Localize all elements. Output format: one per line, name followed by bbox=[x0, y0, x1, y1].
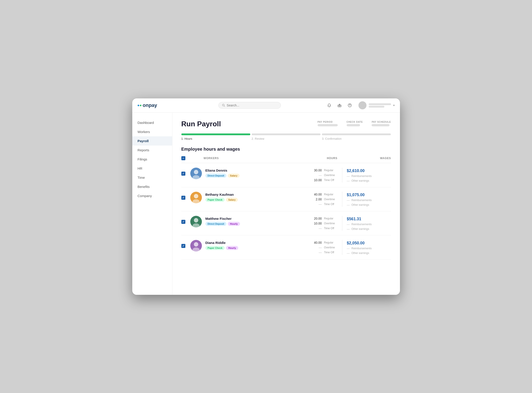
logo-dot-2 bbox=[140, 105, 141, 106]
sidebar-item-filings[interactable]: Filings bbox=[132, 155, 172, 164]
sidebar-item-company[interactable]: Company bbox=[132, 191, 172, 200]
worker-avatar bbox=[190, 216, 202, 227]
wage-label: Reimbursements bbox=[352, 223, 372, 226]
wage-label: Other earnings bbox=[352, 179, 369, 182]
hour-value: 40.00 bbox=[314, 193, 322, 196]
pay-period-label: PAY PERIOD bbox=[318, 121, 333, 123]
hour-row: — Overtime bbox=[302, 173, 338, 177]
hour-row: 30.00 Regular bbox=[302, 168, 338, 172]
select-all-checkbox[interactable] bbox=[181, 156, 185, 160]
step-3-label: 3. Confirmation bbox=[322, 137, 391, 140]
pay-schedule-label: PAY SCHEDULE bbox=[372, 121, 391, 123]
hour-row: 10.00 Overtime bbox=[302, 222, 338, 225]
workers-table: WORKERS HOURS WAGES Eliana Dennis Direct… bbox=[181, 156, 391, 260]
bell-icon[interactable] bbox=[326, 102, 333, 109]
wage-sub-row: — Other earnings bbox=[347, 251, 391, 255]
pay-schedule-value bbox=[372, 124, 389, 126]
worker-details: Eliana Dennis Direct DepositSalary bbox=[205, 168, 240, 178]
wage-dash: — bbox=[347, 227, 350, 231]
wage-dash: — bbox=[347, 223, 350, 226]
hour-type: Time Off bbox=[324, 178, 338, 182]
wage-label: Reimbursements bbox=[352, 247, 372, 250]
wage-label: Reimbursements bbox=[352, 175, 372, 178]
worker-tags: Paper CheckSalary bbox=[205, 198, 238, 202]
worker-tag: Hourly bbox=[226, 246, 238, 250]
wage-sub-row: — Other earnings bbox=[347, 227, 391, 231]
hour-row: — Time Off bbox=[302, 251, 338, 254]
hour-value: 20.00 bbox=[314, 217, 322, 220]
worker-tag: Direct Deposit bbox=[205, 174, 227, 178]
step-1-label: 1. Hours bbox=[181, 137, 250, 140]
step-2-label: 2. Review bbox=[251, 137, 320, 140]
help-icon[interactable] bbox=[346, 102, 353, 109]
pay-period-value bbox=[318, 124, 338, 126]
progress-bar-1 bbox=[181, 133, 250, 135]
svg-line-1 bbox=[224, 106, 225, 107]
table-row: Matthew Fischer Direct DepositHourly 20.… bbox=[181, 211, 391, 236]
col-hours-label: HOURS bbox=[302, 157, 342, 160]
progress-step-labels: 1. Hours 2. Review 3. Confirmation bbox=[181, 137, 391, 140]
wage-sub-row: — Other earnings bbox=[347, 203, 391, 207]
worker-checkbox[interactable] bbox=[181, 196, 185, 200]
sidebar-item-hr[interactable]: HR bbox=[132, 164, 172, 173]
worker-checkbox[interactable] bbox=[181, 244, 185, 248]
worker-tag: Paper Check bbox=[205, 198, 225, 202]
worker-hours: 40.00 Regular 2.00 Overtime — Time Off bbox=[302, 192, 342, 206]
svg-point-7 bbox=[194, 194, 198, 198]
worker-details: Bethany Kaufman Paper CheckSalary bbox=[205, 192, 238, 202]
user-info bbox=[369, 103, 391, 108]
svg-point-5 bbox=[194, 170, 198, 174]
user-area[interactable]: ▾ bbox=[358, 101, 395, 109]
top-bar: onpay bbox=[132, 98, 400, 113]
app-window: onpay bbox=[132, 98, 400, 295]
worker-wages: $2,050.00 — Reimbursements — Other earni… bbox=[342, 240, 391, 255]
hour-type: Time Off bbox=[324, 203, 338, 206]
content-area: Run Payroll PAY PERIOD CHECK DATE PAY SC… bbox=[172, 113, 400, 295]
worker-checkbox[interactable] bbox=[181, 172, 185, 176]
worker-checkbox[interactable] bbox=[181, 220, 185, 224]
hour-value: — bbox=[314, 173, 322, 177]
logo-dots bbox=[138, 105, 141, 106]
sidebar-item-time[interactable]: Time bbox=[132, 173, 172, 182]
sidebar-item-benefits[interactable]: Benefits bbox=[132, 182, 172, 191]
svg-point-11 bbox=[194, 242, 198, 247]
hour-row: 10.00 Time Off bbox=[302, 178, 338, 182]
row-checkbox-wrap bbox=[181, 192, 190, 200]
worker-rows-container: Eliana Dennis Direct DepositSalary 30.00… bbox=[181, 163, 391, 260]
wage-sub-row: — Other earnings bbox=[347, 179, 391, 182]
hour-type: Regular bbox=[324, 217, 338, 220]
row-checkbox-wrap bbox=[181, 168, 190, 176]
wage-dash: — bbox=[347, 251, 350, 255]
gift-icon[interactable] bbox=[336, 102, 343, 109]
sidebar-item-payroll[interactable]: Payroll bbox=[132, 136, 172, 146]
search-box[interactable] bbox=[218, 102, 281, 109]
worker-details: Diana Riddle Paper CheckHourly bbox=[205, 240, 238, 250]
hour-type: Regular bbox=[324, 193, 338, 196]
worker-name: Bethany Kaufman bbox=[205, 193, 238, 196]
sidebar-item-reports[interactable]: Reports bbox=[132, 146, 172, 155]
wage-label: Other earnings bbox=[352, 227, 369, 231]
progress-bar-2 bbox=[251, 133, 320, 135]
table-row: Bethany Kaufman Paper CheckSalary 40.00 … bbox=[181, 187, 391, 211]
wage-label: Other earnings bbox=[352, 251, 369, 255]
search-input[interactable] bbox=[227, 103, 277, 107]
worker-tag: Paper Check bbox=[205, 246, 225, 250]
col-workers-label: WORKERS bbox=[190, 157, 302, 160]
hour-row: 40.00 Regular bbox=[302, 241, 338, 244]
svg-point-12 bbox=[193, 247, 200, 251]
sidebar-item-dashboard[interactable]: Dashboard bbox=[132, 118, 172, 127]
worker-name: Eliana Dennis bbox=[205, 168, 240, 172]
page-title: Run Payroll bbox=[181, 120, 221, 128]
worker-tag: Salary bbox=[228, 174, 240, 178]
worker-info-wrap: Matthew Fischer Direct DepositHourly bbox=[190, 216, 302, 227]
chevron-down-icon: ▾ bbox=[393, 104, 395, 107]
hour-type: Regular bbox=[324, 241, 338, 244]
user-role-placeholder bbox=[369, 106, 384, 108]
worker-hours: 30.00 Regular — Overtime 10.00 Time Off bbox=[302, 168, 342, 182]
worker-name: Matthew Fischer bbox=[205, 217, 240, 221]
header-checkbox-wrap bbox=[181, 156, 190, 160]
wage-amount: $2,050.00 bbox=[347, 241, 391, 246]
sidebar-item-workers[interactable]: Workers bbox=[132, 127, 172, 136]
section-title: Employee hours and wages bbox=[181, 147, 391, 152]
hour-type: Overtime bbox=[324, 174, 338, 177]
